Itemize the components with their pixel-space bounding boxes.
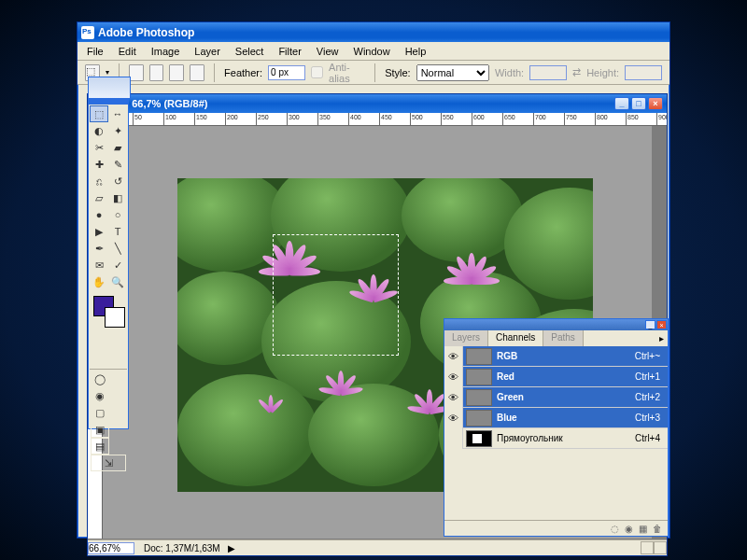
channel-thumbnail (466, 410, 492, 427)
minimize-button[interactable]: _ (614, 97, 629, 110)
tab-layers[interactable]: Layers (444, 330, 488, 346)
background-swatch[interactable] (105, 307, 125, 328)
brush-tool[interactable]: ✎ (108, 156, 127, 173)
dodge-tool[interactable]: ○ (108, 206, 127, 223)
selection-intersect-icon[interactable] (190, 64, 204, 81)
visibility-icon[interactable] (444, 428, 463, 449)
channel-shortcut: Ctrl+~ (635, 351, 668, 361)
marquee-selection[interactable] (273, 234, 399, 356)
panel-tabs: Layers Channels Paths ▸ (444, 330, 668, 346)
type-tool[interactable]: T (108, 223, 127, 240)
channels-panel[interactable]: _ × Layers Channels Paths ▸ 👁RGBCtrl+~👁R… (444, 318, 669, 537)
channel-row[interactable]: 👁BlueCtrl+3 (444, 408, 668, 428)
scroll-right-icon[interactable] (654, 541, 667, 554)
quickmask-on[interactable]: ◉ (91, 387, 109, 404)
selection-add-icon[interactable] (149, 64, 164, 81)
selection-subtract-icon[interactable] (169, 64, 184, 81)
dropdown-icon[interactable]: ▾ (106, 68, 109, 77)
menu-view[interactable]: View (309, 44, 346, 59)
eraser-tool[interactable]: ▱ (90, 189, 108, 206)
panel-footer: ◌ ◉ ▦ 🗑 (444, 520, 668, 536)
visibility-icon[interactable]: 👁 (444, 346, 463, 367)
blur-tool[interactable]: ● (90, 206, 108, 223)
eyedropper-tool[interactable]: ✓ (108, 257, 127, 273)
tab-channels[interactable]: Channels (488, 330, 543, 346)
document-titlebar[interactable]: и.jpg @ 66,7% (RGB/8#) _ □ × (88, 94, 667, 113)
screen-full[interactable]: ▤ (91, 438, 109, 455)
save-selection-icon[interactable]: ◉ (625, 524, 633, 534)
stamp-tool[interactable]: ⎌ (90, 173, 108, 189)
visibility-icon[interactable]: 👁 (444, 408, 463, 428)
channel-row[interactable]: 👁RedCtrl+1 (444, 367, 668, 387)
slice-tool[interactable]: ▰ (108, 139, 127, 156)
quickmask-off[interactable]: ◯ (91, 371, 109, 387)
channel-shortcut: Ctrl+3 (635, 413, 668, 423)
hand-tool[interactable]: ✋ (90, 273, 108, 290)
ruler-tick: 600 (472, 113, 503, 125)
selection-new-icon[interactable] (129, 64, 144, 81)
wand-tool[interactable]: ✦ (108, 122, 127, 139)
panel-menu-icon[interactable]: ▸ (659, 333, 664, 343)
menu-filter[interactable]: Filter (271, 44, 308, 59)
ruler-tick: 900 (657, 113, 667, 125)
panel-close-icon[interactable]: × (656, 320, 667, 329)
ruler-tick: 250 (257, 113, 288, 125)
zoom-input[interactable] (88, 542, 134, 554)
gradient-tool[interactable]: ◧ (108, 189, 127, 206)
menu-select[interactable]: Select (228, 44, 272, 59)
visibility-icon[interactable]: 👁 (444, 367, 463, 387)
heal-tool[interactable]: ✚ (90, 156, 108, 173)
menu-layer[interactable]: Layer (187, 44, 228, 59)
doc-size: Doc: 1,37M/1,63M (140, 543, 224, 553)
toolbox[interactable]: ⬚ ↔ ◐ ✦ ✂ ▰ ✚ ✎ ⎌ ↺ ▱ ◧ ● ○ ▶ T ✒ ╲ ✉ ✓ … (88, 95, 129, 429)
maximize-button[interactable]: □ (631, 97, 646, 110)
app-icon (81, 26, 94, 39)
scroll-left-icon[interactable] (641, 541, 654, 554)
move-tool[interactable]: ↔ (108, 105, 127, 122)
ruler-tick: 200 (226, 113, 257, 125)
tab-paths[interactable]: Paths (543, 330, 584, 346)
menubar: File Edit Image Layer Select Filter View… (78, 42, 669, 61)
history-brush-tool[interactable]: ↺ (108, 173, 127, 189)
ruler-tick: 800 (596, 113, 627, 125)
jump-imageready[interactable]: ⇲ (91, 455, 126, 471)
panel-header[interactable]: _ × (444, 319, 668, 330)
channel-label: Red (495, 371, 635, 382)
color-swatches[interactable] (90, 292, 127, 331)
ruler-horizontal[interactable]: 0501001502002503003504004505005506006507… (88, 113, 667, 126)
crop-tool[interactable]: ✂ (90, 139, 108, 156)
path-select-tool[interactable]: ▶ (90, 223, 108, 240)
delete-channel-icon[interactable]: 🗑 (653, 524, 662, 534)
style-select[interactable]: Normal (416, 64, 489, 81)
menu-window[interactable]: Window (346, 44, 398, 59)
close-button[interactable]: × (648, 97, 663, 110)
channel-row[interactable]: ПрямоугольникCtrl+4 (444, 428, 668, 449)
status-arrow-icon[interactable]: ▶ (224, 543, 239, 553)
menu-file[interactable]: File (79, 44, 111, 59)
zoom-tool[interactable]: 🔍 (108, 273, 127, 290)
feather-input[interactable] (268, 65, 305, 80)
lasso-tool[interactable]: ◐ (90, 122, 108, 139)
panel-minimize-icon[interactable]: _ (645, 320, 655, 329)
load-selection-icon[interactable]: ◌ (611, 524, 619, 534)
swap-icon[interactable]: ⇄ (572, 66, 581, 78)
width-label: Width: (495, 67, 524, 78)
screen-standard[interactable]: ▢ (91, 404, 109, 421)
pen-tool[interactable]: ✒ (90, 240, 108, 257)
shape-tool[interactable]: ╲ (108, 240, 127, 257)
channel-row[interactable]: 👁RGBCtrl+~ (444, 346, 668, 367)
channel-shortcut: Ctrl+4 (635, 433, 668, 443)
marquee-tool[interactable]: ⬚ (90, 105, 108, 122)
menu-edit[interactable]: Edit (111, 44, 144, 59)
menu-help[interactable]: Help (398, 44, 434, 59)
notes-tool[interactable]: ✉ (90, 257, 108, 273)
channel-shortcut: Ctrl+1 (635, 371, 668, 382)
ruler-tick: 750 (565, 113, 596, 125)
channel-row[interactable]: 👁GreenCtrl+2 (444, 387, 668, 408)
menu-image[interactable]: Image (144, 44, 188, 59)
visibility-icon[interactable]: 👁 (444, 387, 463, 408)
new-channel-icon[interactable]: ▦ (639, 524, 647, 534)
titlebar[interactable]: Adobe Photoshop (78, 22, 669, 42)
screen-full-menu[interactable]: ▣ (91, 421, 109, 438)
ruler-tick: 650 (503, 113, 534, 125)
